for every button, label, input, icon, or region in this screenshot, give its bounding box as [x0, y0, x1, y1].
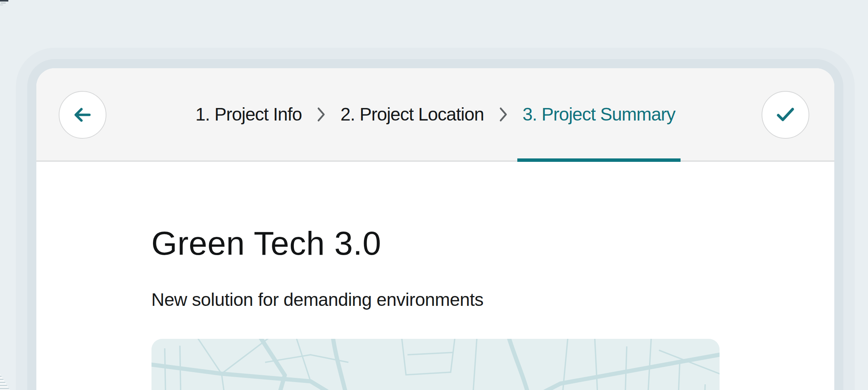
- project-summary-content: Green Tech 3.0 New solution for demandin…: [151, 162, 720, 390]
- artifact-bar: [0, 0, 8, 2]
- artifact-bar: [1, 3, 6, 3]
- screen-corner-artifact-top: [0, 0, 11, 8]
- step-label: 3. Project Summary: [523, 104, 675, 125]
- step-label: 2. Project Location: [340, 104, 484, 125]
- chevron-right-icon: [316, 68, 326, 160]
- screen-corner-artifact-bottom: [0, 374, 10, 390]
- stepper-breadcrumb: 1. Project Info 2. Project Location 3. P…: [190, 68, 681, 160]
- project-title: Green Tech 3.0: [151, 224, 720, 262]
- step-project-summary[interactable]: 3. Project Summary: [517, 68, 681, 160]
- checkmark-icon: [773, 103, 798, 127]
- back-button[interactable]: [59, 91, 106, 139]
- wizard-step-header: 1. Project Info 2. Project Location 3. P…: [36, 68, 834, 162]
- wizard-card: 1. Project Info 2. Project Location 3. P…: [36, 68, 834, 390]
- finish-button[interactable]: [762, 91, 809, 139]
- step-project-location[interactable]: 2. Project Location: [335, 68, 489, 160]
- chevron-right-icon: [498, 68, 508, 160]
- street-map-illustration: [151, 339, 720, 390]
- arrow-left-icon: [70, 103, 95, 127]
- artifact-bar: [0, 5, 3, 5]
- step-project-info[interactable]: 1. Project Info: [190, 68, 307, 160]
- map-preview: [151, 339, 720, 390]
- project-subtitle: New solution for demanding environments: [151, 289, 720, 311]
- step-label: 1. Project Info: [195, 104, 302, 125]
